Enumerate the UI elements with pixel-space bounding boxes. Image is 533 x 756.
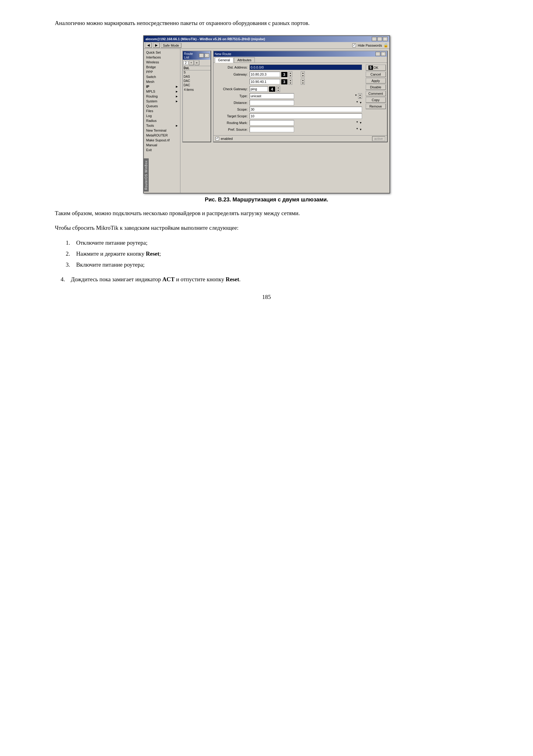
pref-source-dropdown[interactable]: ▼ xyxy=(359,128,362,131)
check-gateway-input[interactable] xyxy=(250,86,268,92)
routing-mark-dropdown[interactable]: ▼ xyxy=(359,121,362,124)
spin-up3[interactable]: ▲ xyxy=(289,79,292,82)
dst-address-input[interactable] xyxy=(250,65,362,70)
sidebar-item-label: Manual xyxy=(146,143,157,147)
sidebar-item-bridge[interactable]: Bridge xyxy=(144,65,180,69)
page-number: 185 xyxy=(37,294,496,300)
sidebar-item-wireless[interactable]: Wireless xyxy=(144,60,180,65)
check-gateway-spinbutton[interactable]: ▲ ▼ xyxy=(277,86,280,92)
routing-mark-input[interactable] xyxy=(250,120,294,125)
gateway2-row: 3 ▲ ▼ ▲ ▼ xyxy=(216,79,362,85)
gateway1-spinbutton[interactable]: ▲ ▼ xyxy=(289,71,293,77)
sidebar-item-interfaces[interactable]: Interfaces xyxy=(144,55,180,60)
sidebar-item-system[interactable]: System xyxy=(144,99,180,104)
para2: Чтобы сбросить MikroTik к заводским наст… xyxy=(37,223,496,233)
check-gateway-label: Check Gateway: xyxy=(216,87,250,91)
sidebar-item-files[interactable]: Files xyxy=(144,108,180,113)
new-route-restore[interactable]: □ xyxy=(375,52,380,56)
windows-area: Route List □ ✕ 2 + ≡ xyxy=(182,51,387,142)
sidebar-item-metarouter[interactable]: MetaROUTER xyxy=(144,133,180,138)
gateway1-spinbutton2[interactable]: ▲ ▼ xyxy=(301,71,305,77)
sidebar-item-newterminal[interactable]: New Terminal xyxy=(144,128,180,133)
sidebar-item-radius[interactable]: Radius xyxy=(144,118,180,123)
sidebar-item-makesupout[interactable]: Make Supout.rif xyxy=(144,138,180,143)
forward-button[interactable]: ▶ xyxy=(153,43,160,48)
table-row: S xyxy=(183,70,211,75)
spin-down5[interactable]: ▼ xyxy=(277,89,280,92)
spin-down3[interactable]: ▼ xyxy=(289,82,292,84)
sidebar-item-ppp[interactable]: PPP xyxy=(144,69,180,74)
new-route-close[interactable]: ✕ xyxy=(381,52,386,56)
spin-down2[interactable]: ▼ xyxy=(301,74,305,77)
lock-icon: 🔒 xyxy=(383,43,388,47)
apply-button[interactable]: Apply xyxy=(366,78,386,84)
spin-up[interactable]: ▲ xyxy=(289,71,292,74)
route-list-restore[interactable]: □ xyxy=(199,53,204,58)
gateway2-spinbutton2[interactable]: ▲ ▼ xyxy=(301,79,305,85)
scope-input[interactable] xyxy=(250,107,362,112)
sidebar-item-label: Exit xyxy=(146,148,152,152)
close-button[interactable]: ✕ xyxy=(383,37,387,41)
target-scope-input[interactable] xyxy=(250,113,362,119)
remove-button[interactable]: Remove xyxy=(366,104,386,109)
sidebar-item-routing[interactable]: Routing xyxy=(144,94,180,99)
row-dst: S xyxy=(184,71,186,74)
back-button[interactable]: ◀ xyxy=(145,43,152,48)
sidebar-item-mesh[interactable]: Mesh xyxy=(144,79,180,84)
sidebar-item-label: New Terminal xyxy=(146,129,166,132)
hide-passwords-checkbox[interactable] xyxy=(352,43,356,47)
routing-mark-row: Routing Mark: ▼ xyxy=(216,120,362,125)
hide-passwords-area: Hide Passwords 🔒 xyxy=(352,43,388,47)
pref-source-input[interactable] xyxy=(250,127,294,132)
spin-down4[interactable]: ▼ xyxy=(301,82,305,84)
gateway2-spinbutton[interactable]: ▲ ▼ xyxy=(289,79,293,85)
spin-down[interactable]: ▼ xyxy=(289,74,292,77)
items-count: 4 items xyxy=(183,88,211,92)
copy-button[interactable]: Copy xyxy=(366,97,386,103)
winbox-controls[interactable]: − □ ✕ xyxy=(372,37,387,41)
spin-down6[interactable]: ▼ xyxy=(359,96,362,99)
comment-button[interactable]: Comment xyxy=(366,91,386,96)
spin-up5[interactable]: ▲ xyxy=(277,86,280,89)
sidebar-item-ip[interactable]: IP xyxy=(144,84,180,89)
new-route-title: New Route xyxy=(215,52,231,56)
sidebar-item-tools[interactable]: Tools xyxy=(144,123,180,128)
maximize-button[interactable]: □ xyxy=(377,37,382,41)
route-list-toolbar: 2 + ≡ xyxy=(183,60,211,66)
gateway2-input[interactable] xyxy=(250,79,280,84)
sidebar-item-manual[interactable]: Manual xyxy=(144,143,180,148)
route-list-controls[interactable]: □ ✕ xyxy=(199,53,209,58)
sidebar-item-quickset[interactable]: Quick Set xyxy=(144,50,180,55)
new-route-controls[interactable]: □ ✕ xyxy=(375,52,386,56)
route-list-close[interactable]: ✕ xyxy=(204,53,209,58)
distance-dropdown[interactable]: ▼ xyxy=(359,101,362,104)
sidebar-item-switch[interactable]: Switch xyxy=(144,74,180,79)
sidebar-item-label: PPP xyxy=(146,70,153,74)
spin-up4[interactable]: ▲ xyxy=(301,79,305,82)
safe-mode-button[interactable]: Safe Mode xyxy=(161,43,181,48)
gateway2-num: 3 xyxy=(281,79,287,84)
disable-button[interactable]: Disable xyxy=(366,84,386,90)
ok-button[interactable]: 5 OK xyxy=(366,65,386,71)
routeros-winbox-label: RouterOS WinBox xyxy=(144,158,149,192)
type-input[interactable] xyxy=(250,93,294,99)
spin-up6[interactable]: ▲ xyxy=(359,94,362,96)
enabled-checkbox[interactable] xyxy=(215,137,219,141)
distance-input[interactable] xyxy=(250,100,294,105)
tab-attributes[interactable]: Attributes xyxy=(234,57,255,63)
minimize-button[interactable]: − xyxy=(372,37,377,41)
type-spinbutton[interactable]: ▲ ▼ xyxy=(358,93,362,99)
gateway1-input[interactable] xyxy=(250,71,280,77)
list-num-2: 2. xyxy=(61,249,70,259)
sidebar-item-log[interactable]: Log xyxy=(144,113,180,118)
tab-general[interactable]: General xyxy=(215,57,233,63)
add-route-button[interactable]: + xyxy=(189,60,194,65)
spin-up2[interactable]: ▲ xyxy=(301,71,305,74)
edit-route-button[interactable]: ≡ xyxy=(195,60,199,65)
sidebar-item-mpls[interactable]: MPLS xyxy=(144,89,180,94)
sidebar-item-queues[interactable]: Queues xyxy=(144,104,180,108)
list-item: 3. Включите питание роутера; xyxy=(37,260,496,270)
enabled-area: enabled xyxy=(215,137,233,141)
cancel-button[interactable]: Cancel xyxy=(366,71,386,77)
sidebar-item-exit[interactable]: Exit xyxy=(144,148,180,152)
